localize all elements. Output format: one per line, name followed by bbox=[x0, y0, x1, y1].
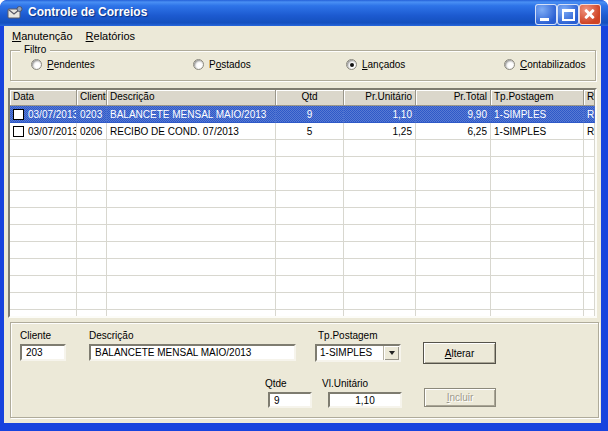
grid-cell bbox=[491, 208, 584, 225]
grid-cell bbox=[344, 310, 416, 318]
chevron-down-icon bbox=[389, 351, 395, 355]
qtde-field[interactable] bbox=[268, 392, 312, 408]
grid-row[interactable]: 03/07/20130206RECIBO DE COND. 07/201351,… bbox=[10, 123, 595, 140]
grid-cell: R bbox=[584, 106, 595, 123]
grid-row[interactable] bbox=[10, 208, 595, 225]
grid-column-header-descricao[interactable]: Descrição bbox=[107, 90, 276, 106]
grid-row[interactable] bbox=[10, 140, 595, 157]
cell-text: 1,25 bbox=[393, 126, 412, 137]
cell-text: 0206 bbox=[80, 126, 102, 137]
grid-cell: 03/07/2013 bbox=[10, 106, 77, 123]
grid-cell bbox=[10, 208, 77, 225]
cell-text: 6,25 bbox=[468, 126, 487, 137]
grid-cell bbox=[344, 140, 416, 157]
filter-radio-contabilizados[interactable]: Contabilizados bbox=[504, 59, 586, 70]
filter-group-title: Filtro bbox=[20, 44, 50, 56]
filter-radio-lancados[interactable]: Lançados bbox=[346, 59, 405, 70]
tp-postagem-dropdown[interactable]: 1-SIMPLES bbox=[315, 344, 401, 362]
maximize-button[interactable] bbox=[557, 4, 579, 25]
grid-column-header-data[interactable]: Data bbox=[10, 90, 77, 106]
grid-cell bbox=[276, 191, 344, 208]
incluir-button[interactable]: Incluir bbox=[424, 388, 496, 407]
grid-cell bbox=[107, 157, 276, 174]
close-button[interactable] bbox=[579, 4, 601, 25]
grid-cell bbox=[491, 225, 584, 242]
radio-label: Contabilizados bbox=[520, 59, 586, 70]
grid-cell bbox=[10, 140, 77, 157]
grid-cell bbox=[276, 225, 344, 242]
vl-unitario-field[interactable] bbox=[328, 392, 402, 408]
grid-row[interactable] bbox=[10, 276, 595, 293]
grid-cell bbox=[584, 174, 595, 191]
grid-cell: 1-SIMPLES bbox=[491, 123, 584, 140]
grid-cell bbox=[416, 259, 491, 276]
grid-cell bbox=[584, 225, 595, 242]
grid-cell bbox=[10, 174, 77, 191]
grid-column-header-r[interactable]: R bbox=[584, 90, 595, 106]
grid-cell bbox=[77, 293, 107, 310]
menu-item-manutencao[interactable]: Manutenção bbox=[6, 28, 80, 44]
grid-column-header-prunitario[interactable]: Pr.Unitário bbox=[344, 90, 416, 106]
grid-cell bbox=[491, 157, 584, 174]
grid-cell bbox=[107, 225, 276, 242]
grid-row[interactable] bbox=[10, 157, 595, 174]
client-area: ManutençãoRelatórios Filtro PendentesPos… bbox=[4, 26, 601, 423]
dropdown-button[interactable] bbox=[383, 346, 399, 360]
grid-cell bbox=[77, 208, 107, 225]
grid-row[interactable] bbox=[10, 174, 595, 191]
grid-cell bbox=[10, 225, 77, 242]
grid-cell bbox=[77, 259, 107, 276]
grid-body: 03/07/20130203BALANCETE MENSAL MAIO/2013… bbox=[10, 106, 595, 318]
grid-row[interactable] bbox=[10, 191, 595, 208]
grid-row[interactable] bbox=[10, 293, 595, 310]
grid-column-header-prtotal[interactable]: Pr.Total bbox=[416, 90, 491, 106]
row-checkbox[interactable] bbox=[13, 126, 24, 137]
radio-icon bbox=[346, 59, 357, 70]
row-checkbox[interactable] bbox=[13, 109, 24, 120]
menu-bar: ManutençãoRelatórios bbox=[4, 26, 601, 45]
cell-text: RECIBO DE COND. 07/2013 bbox=[110, 126, 239, 137]
tp-postagem-selected-value: 1-SIMPLES bbox=[317, 346, 383, 360]
grid-row[interactable] bbox=[10, 242, 595, 259]
grid-cell bbox=[107, 191, 276, 208]
menu-item-relatorios[interactable]: Relatórios bbox=[80, 28, 143, 44]
grid-cell: 0203 bbox=[77, 106, 107, 123]
grid-cell bbox=[344, 157, 416, 174]
grid-column-header-cliente[interactable]: Cliente bbox=[77, 90, 107, 106]
grid-cell bbox=[344, 276, 416, 293]
cell-text: 1-SIMPLES bbox=[494, 109, 546, 120]
grid-cell bbox=[107, 293, 276, 310]
grid-column-header-tppostagem[interactable]: Tp.Postagem bbox=[491, 90, 584, 106]
radio-icon bbox=[504, 59, 515, 70]
cliente-field[interactable] bbox=[20, 344, 66, 361]
cell-text: BALANCETE MENSAL MAIO/2013 bbox=[110, 109, 266, 120]
filter-radio-postados[interactable]: Postados bbox=[193, 59, 251, 70]
grid-cell bbox=[77, 140, 107, 157]
grid-cell bbox=[584, 191, 595, 208]
grid-cell bbox=[584, 259, 595, 276]
alterar-button[interactable]: Alterar bbox=[423, 342, 496, 364]
grid-cell bbox=[344, 174, 416, 191]
app-icon bbox=[7, 5, 23, 21]
minimize-button[interactable] bbox=[535, 4, 557, 25]
grid-cell: R bbox=[584, 123, 595, 140]
radio-icon bbox=[31, 59, 42, 70]
grid-row[interactable] bbox=[10, 310, 595, 318]
grid-cell bbox=[77, 157, 107, 174]
grid-cell bbox=[584, 157, 595, 174]
cell-text: R bbox=[587, 109, 594, 120]
cell-text: R bbox=[587, 126, 594, 137]
cell-text: 5 bbox=[307, 126, 313, 137]
grid-row[interactable] bbox=[10, 225, 595, 242]
grid-cell bbox=[276, 157, 344, 174]
descricao-field[interactable] bbox=[89, 344, 296, 361]
grid-cell bbox=[107, 276, 276, 293]
grid-row[interactable] bbox=[10, 259, 595, 276]
grid-cell bbox=[10, 157, 77, 174]
grid-cell bbox=[584, 310, 595, 318]
cell-text: 03/07/2013 bbox=[28, 126, 77, 137]
grid-row[interactable]: 03/07/20130203BALANCETE MENSAL MAIO/2013… bbox=[10, 106, 595, 123]
grid-column-header-qtd[interactable]: Qtd bbox=[276, 90, 344, 106]
filter-radio-pendentes[interactable]: Pendentes bbox=[31, 59, 95, 70]
grid-cell bbox=[107, 242, 276, 259]
